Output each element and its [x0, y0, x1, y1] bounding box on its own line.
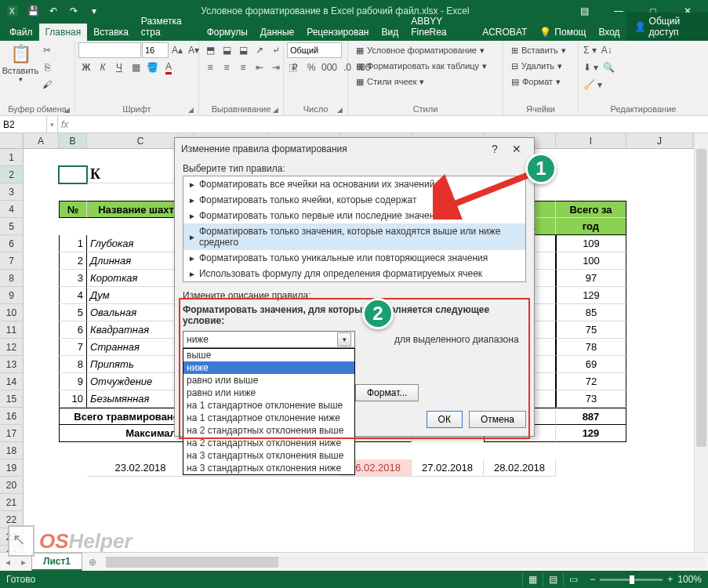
format-painter-button[interactable]: 🖌: [39, 77, 55, 93]
horizontal-scrollbar[interactable]: [106, 557, 705, 568]
name-box-dropdown[interactable]: ▾: [47, 116, 58, 132]
font-select[interactable]: [78, 42, 141, 58]
dialog-titlebar[interactable]: Изменение правила форматирования ? ✕: [175, 138, 534, 160]
rule-type-item[interactable]: ►Форматировать только ячейки, которые со…: [183, 192, 525, 208]
cell[interactable]: 69: [556, 356, 626, 373]
cell[interactable]: [59, 166, 87, 183]
row-header[interactable]: 19: [0, 459, 24, 477]
row-header[interactable]: 22: [0, 511, 24, 528]
increase-indent-button[interactable]: ⇥: [268, 60, 284, 75]
cell[interactable]: 28.02.2018: [484, 459, 556, 477]
tab-review[interactable]: Рецензирован: [300, 24, 375, 41]
cell[interactable]: 129: [556, 287, 626, 304]
row-header[interactable]: 21: [0, 494, 24, 511]
share-button[interactable]: 👤Общий доступ: [626, 13, 708, 41]
row-header[interactable]: 11: [0, 321, 24, 339]
combo-option[interactable]: на 2 стандартных отклонения ниже: [183, 437, 354, 449]
row-header[interactable]: 15: [0, 390, 24, 408]
cell[interactable]: 27.02.2018: [412, 459, 484, 477]
rule-type-item[interactable]: ►Форматировать только первые или последн…: [183, 208, 525, 223]
row-header[interactable]: 12: [0, 339, 24, 356]
dialog-close-button[interactable]: ✕: [506, 140, 528, 158]
combo-option[interactable]: на 3 стандартных отклонения ниже: [183, 462, 354, 474]
row-header[interactable]: 13: [0, 356, 24, 373]
row-header[interactable]: 17: [0, 425, 24, 442]
undo-button[interactable]: ↶: [44, 2, 63, 20]
cell-styles-button[interactable]: ▦Стили ячеек ▾: [351, 74, 492, 89]
fill-button[interactable]: ⬇ ▾: [582, 60, 600, 75]
tab-data[interactable]: Данные: [254, 24, 300, 41]
view-layout-button[interactable]: ▤: [543, 572, 563, 586]
rule-type-item[interactable]: ►Форматировать все ячейки на основании и…: [183, 176, 525, 192]
align-middle-button[interactable]: ⬓: [219, 42, 234, 58]
cell[interactable]: 5: [59, 304, 87, 321]
cell[interactable]: 7: [59, 339, 87, 356]
sheet-tab[interactable]: Лист1: [31, 553, 82, 572]
cell[interactable]: 3: [59, 270, 87, 287]
dialog-launcher-icon[interactable]: ◢: [273, 106, 278, 114]
select-all-corner[interactable]: [0, 133, 24, 149]
orientation-button[interactable]: ↗: [252, 42, 267, 58]
cell[interactable]: №: [59, 201, 87, 218]
comma-button[interactable]: 000: [320, 60, 339, 75]
tab-file[interactable]: Файл: [3, 24, 39, 41]
scroll-thumb[interactable]: [696, 149, 706, 447]
combo-option[interactable]: ниже: [183, 361, 354, 374]
tab-abbyy[interactable]: ABBYY FineRea: [405, 13, 476, 41]
cell[interactable]: 78: [556, 339, 626, 356]
cancel-button[interactable]: Отмена: [469, 411, 526, 428]
cell[interactable]: 75: [556, 321, 626, 339]
paste-button[interactable]: 📋Вставить▾: [3, 42, 38, 97]
row-header[interactable]: 7: [0, 252, 24, 270]
row-header[interactable]: 1: [0, 149, 24, 166]
rule-type-list[interactable]: ►Форматировать все ячейки на основании и…: [183, 176, 526, 282]
combo-option[interactable]: на 1 стандартное отклонение выше: [183, 399, 354, 412]
fill-color-button[interactable]: 🪣: [144, 60, 160, 75]
zoom-out-button[interactable]: −: [590, 574, 595, 585]
row-headers[interactable]: 123456789101112131415161718192021222324: [0, 149, 24, 566]
row-header[interactable]: 6: [0, 235, 24, 252]
sheet-nav-prev[interactable]: ◂: [0, 557, 16, 568]
row-header[interactable]: 23: [0, 528, 24, 546]
tab-insert[interactable]: Вставка: [87, 24, 135, 41]
cut-button[interactable]: ✂: [39, 42, 55, 58]
align-center-button[interactable]: ≡: [219, 60, 234, 75]
cell[interactable]: 887: [556, 408, 626, 425]
sort-filter-button[interactable]: A↓: [599, 42, 615, 58]
scroll-thumb[interactable]: [106, 557, 278, 568]
dialog-launcher-icon[interactable]: ◢: [337, 106, 343, 114]
tab-layout[interactable]: Разметка стра: [135, 13, 201, 41]
format-as-table-button[interactable]: ▦Форматировать как таблицу ▾: [351, 58, 492, 74]
row-header[interactable]: 20: [0, 477, 24, 494]
cell[interactable]: 9: [59, 373, 87, 390]
align-top-button[interactable]: ⬒: [202, 42, 218, 58]
row-header[interactable]: 2: [0, 166, 24, 183]
tab-home[interactable]: Главная: [39, 24, 88, 41]
col-header[interactable]: B: [59, 133, 87, 148]
rule-type-item[interactable]: ►Использовать формулу для определения фо…: [183, 266, 525, 281]
number-format-select[interactable]: Общий: [287, 42, 342, 58]
cell[interactable]: 23.02.2018: [87, 459, 194, 477]
combo-option[interactable]: равно или ниже: [183, 387, 354, 399]
underline-button[interactable]: Ч: [111, 60, 127, 75]
row-header[interactable]: 3: [0, 183, 24, 201]
cell[interactable]: 72: [556, 373, 626, 390]
excel-icon[interactable]: X: [3, 2, 22, 20]
cell[interactable]: год: [556, 218, 626, 235]
cell[interactable]: 85: [556, 304, 626, 321]
insert-cells-button[interactable]: ⊞Вставить ▾: [506, 42, 571, 58]
dialog-launcher-icon[interactable]: ◢: [64, 106, 70, 114]
cell[interactable]: 4: [59, 287, 87, 304]
row-header[interactable]: 18: [0, 442, 24, 459]
ribbon-options-icon[interactable]: ▤: [567, 0, 601, 22]
cell[interactable]: 8: [59, 356, 87, 373]
row-header[interactable]: 10: [0, 304, 24, 321]
save-button[interactable]: 💾: [24, 2, 42, 20]
zoom-control[interactable]: − + 100%: [590, 574, 702, 585]
conditional-formatting-button[interactable]: ▦Условное форматирование ▾: [351, 42, 492, 58]
ok-button[interactable]: ОК: [427, 411, 463, 428]
rule-type-item[interactable]: ►Форматировать только уникальные или пов…: [183, 250, 525, 266]
condition-combo[interactable]: ниже ▾: [183, 331, 355, 348]
dialog-launcher-icon[interactable]: ◢: [188, 106, 194, 114]
tab-formulas[interactable]: Формулы: [201, 24, 254, 41]
